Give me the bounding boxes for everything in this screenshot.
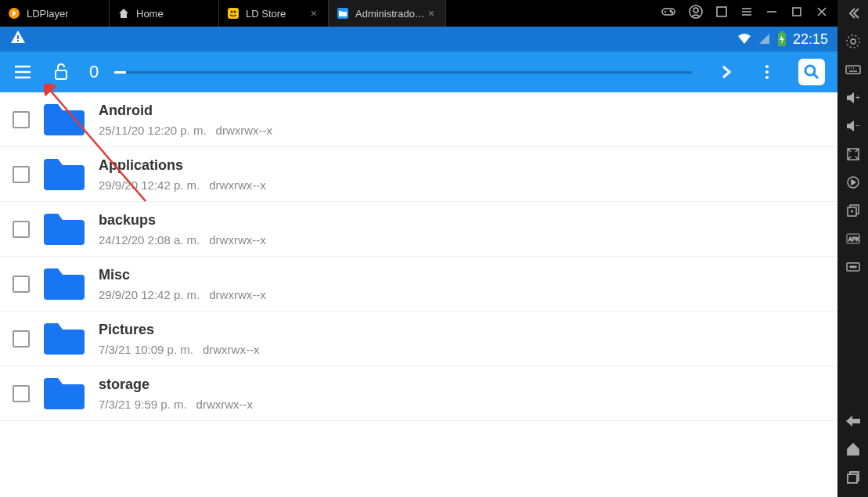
app-toolbar: 0 <box>0 52 837 92</box>
checkbox[interactable] <box>13 330 30 348</box>
file-row[interactable]: storage 7/3/21 9:59 p. m.drwxrwx--x <box>0 366 837 421</box>
file-row[interactable]: Pictures 7/3/21 10:09 p. m.drwxrwx--x <box>0 312 837 366</box>
svg-point-3 <box>234 11 236 13</box>
svg-point-52 <box>855 266 856 268</box>
more-vert-icon[interactable] <box>758 63 776 81</box>
recents-icon[interactable] <box>845 469 862 486</box>
svg-point-50 <box>850 266 852 268</box>
svg-point-8 <box>670 10 672 12</box>
file-name: Misc <box>99 267 825 283</box>
file-meta: 25/11/20 12:20 p. m.drwxrwx--x <box>99 124 825 137</box>
apk-icon[interactable]: APK <box>845 230 862 247</box>
svg-point-31 <box>805 66 815 75</box>
back-icon[interactable] <box>845 412 862 430</box>
volume-down-icon[interactable]: − <box>845 117 862 135</box>
emulator-sidebar: + − APK <box>837 0 868 497</box>
menu-lines-icon[interactable] <box>740 5 753 21</box>
svg-point-11 <box>693 8 698 13</box>
svg-point-9 <box>672 12 673 13</box>
svg-rect-27 <box>56 70 67 79</box>
home-icon <box>117 7 130 20</box>
search-button[interactable] <box>798 59 825 85</box>
lock-open-icon[interactable] <box>52 63 70 81</box>
close-window-icon[interactable] <box>816 5 828 21</box>
folder-icon <box>42 157 86 192</box>
file-row[interactable]: Misc 29/9/20 12:42 p. m.drwxrwx--x <box>0 257 837 312</box>
folder-app-icon <box>337 7 349 20</box>
file-list: Android 25/11/20 12:20 p. m.drwxrwx--x A… <box>0 92 837 497</box>
title-bar: LDPlayer Home LD Store × Administrado… × <box>0 0 837 27</box>
tab-administrador[interactable]: Administrado… × <box>329 0 446 27</box>
ldstore-icon <box>227 7 240 20</box>
tab-label: Administrado… <box>355 8 425 20</box>
folder-icon <box>42 322 86 356</box>
gamepad-icon[interactable] <box>661 4 676 23</box>
tab-home[interactable]: Home <box>110 0 219 27</box>
user-icon[interactable] <box>689 5 703 22</box>
tab-ldplayer[interactable]: LDPlayer <box>0 0 110 27</box>
svg-rect-20 <box>17 35 19 39</box>
svg-rect-22 <box>780 31 783 33</box>
file-name: Applications <box>99 157 825 174</box>
status-time: 22:15 <box>793 31 828 48</box>
svg-text:APK: APK <box>848 236 859 242</box>
folder-icon <box>42 376 86 411</box>
svg-point-29 <box>765 70 769 74</box>
svg-rect-1 <box>228 8 239 19</box>
checkbox[interactable] <box>13 111 30 128</box>
svg-rect-17 <box>793 8 801 16</box>
checkbox[interactable] <box>13 385 30 402</box>
ldplayer-icon <box>8 7 20 20</box>
multi-instance-icon[interactable] <box>845 202 862 219</box>
file-name: backups <box>99 212 825 229</box>
checkbox[interactable] <box>13 221 30 238</box>
checkbox[interactable] <box>13 276 30 293</box>
close-icon[interactable]: × <box>425 7 438 20</box>
tab-label: LDPlayer <box>27 8 68 20</box>
svg-point-28 <box>765 65 769 68</box>
file-name: Pictures <box>99 322 825 338</box>
file-meta: 7/3/21 9:59 p. m.drwxrwx--x <box>99 398 825 411</box>
svg-rect-12 <box>717 7 726 16</box>
svg-line-32 <box>814 74 818 78</box>
svg-point-2 <box>231 11 233 13</box>
sync-icon[interactable] <box>845 174 862 191</box>
file-meta: 7/3/21 10:09 p. m.drwxrwx--x <box>99 343 825 356</box>
file-row[interactable]: Applications 29/9/20 12:42 p. m.drwxrwx-… <box>0 147 837 202</box>
chevron-right-icon[interactable] <box>717 63 736 81</box>
collapse-icon[interactable] <box>845 5 862 22</box>
checkbox[interactable] <box>13 166 30 183</box>
settings-gear-icon[interactable] <box>845 33 862 50</box>
svg-point-30 <box>765 76 769 79</box>
nav-home-icon[interactable] <box>845 441 862 458</box>
battery-icon <box>777 31 787 47</box>
file-row[interactable]: Android 25/11/20 12:20 p. m.drwxrwx--x <box>0 92 837 147</box>
svg-point-33 <box>851 39 855 44</box>
more-ellipsis-icon[interactable] <box>845 258 862 276</box>
folder-icon <box>42 103 86 137</box>
hamburger-menu-icon[interactable] <box>13 62 33 82</box>
keyboard-icon[interactable] <box>845 61 862 78</box>
svg-rect-21 <box>17 40 19 41</box>
file-row[interactable]: backups 24/12/20 2:08 a. m.drwxrwx--x <box>0 202 837 257</box>
tab-ldstore[interactable]: LD Store × <box>219 0 329 27</box>
maximize-icon[interactable] <box>791 5 803 21</box>
svg-point-34 <box>847 35 859 48</box>
svg-text:−: − <box>855 121 860 130</box>
close-icon[interactable]: × <box>308 7 320 20</box>
path-breadcrumb[interactable]: 0 <box>89 62 99 82</box>
svg-rect-35 <box>846 66 860 74</box>
fullscreen-sidebar-icon[interactable] <box>845 146 862 163</box>
file-name: Android <box>99 103 825 119</box>
tab-label: LD Store <box>246 8 286 20</box>
svg-point-51 <box>852 266 854 268</box>
file-meta: 29/9/20 12:42 p. m.drwxrwx--x <box>99 178 825 192</box>
folder-icon <box>42 267 86 301</box>
wifi-icon <box>737 31 752 47</box>
android-screen: 22:15 0 <box>0 27 837 497</box>
fullscreen-icon[interactable] <box>715 5 728 21</box>
minimize-icon[interactable] <box>765 5 778 21</box>
volume-up-icon[interactable]: + <box>845 89 862 106</box>
tab-label: Home <box>136 8 164 20</box>
svg-rect-53 <box>848 474 857 483</box>
